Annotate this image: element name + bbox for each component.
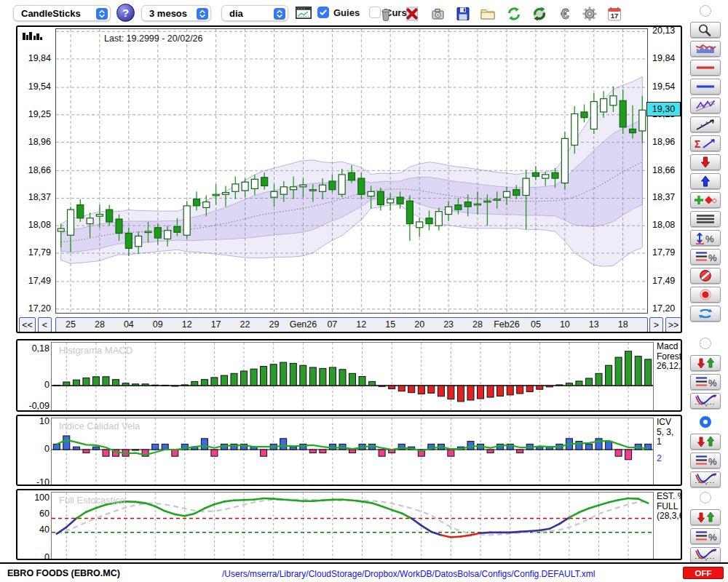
stochastic-k-segment xyxy=(254,498,264,500)
sync-button[interactable] xyxy=(530,4,549,23)
nav-next-button[interactable]: > xyxy=(649,317,663,332)
settings-button[interactable] xyxy=(580,4,599,23)
macd-bar xyxy=(201,380,207,386)
main-chart-radio[interactable] xyxy=(700,5,711,17)
zoom-button[interactable] xyxy=(690,22,721,38)
nav-prev-button[interactable]: < xyxy=(38,317,52,332)
macd-bar xyxy=(408,386,415,393)
stochastic-k-segment xyxy=(411,519,422,526)
sell-arrow-button[interactable] xyxy=(690,154,721,170)
channel-button[interactable] xyxy=(690,97,721,113)
tools-sidebar: Σ%%%%% xyxy=(684,0,728,562)
macd-panel: 0,180-0,09 Histgrama MACD Macd Forest 26… xyxy=(16,339,682,412)
blue-hline-button[interactable] xyxy=(690,79,721,95)
record-button[interactable] xyxy=(690,287,721,303)
macd-chart[interactable]: Histgrama MACD xyxy=(51,342,654,412)
date-tick-label: 25 xyxy=(55,319,87,330)
macd-bar xyxy=(507,386,513,395)
buy-arrow-button[interactable] xyxy=(690,173,721,189)
stochastic-k-segment xyxy=(283,500,293,501)
chart-window-icon[interactable] xyxy=(296,7,312,22)
off-toggle-button[interactable]: OFF xyxy=(683,567,724,579)
macd-radio[interactable] xyxy=(700,338,711,349)
period-dropdown[interactable]: 3 mesos xyxy=(141,5,211,21)
trash-icon xyxy=(377,5,395,23)
stoch-percent-button[interactable]: % xyxy=(690,528,721,544)
icv-panel: 100-10 Indice Calidad Vela ICV 5, 3, 1 2 xyxy=(16,415,682,486)
icv-percent-button[interactable]: % xyxy=(690,453,721,469)
price-tick-label: 19,84 xyxy=(19,52,51,64)
macd-bar xyxy=(250,369,257,386)
price-tick-label: 20,13 xyxy=(652,25,682,36)
icv-current-value: 2 xyxy=(657,454,681,464)
icv-bar xyxy=(517,450,523,453)
price-tick-label: 19,84 xyxy=(652,52,682,64)
guides-checkbox[interactable] xyxy=(317,7,329,18)
price-tick-label: 18,96 xyxy=(652,136,682,148)
config-path-link[interactable]: /Users/mserra/Library/CloudStorage/Dropb… xyxy=(222,569,595,579)
macd-bar xyxy=(546,386,553,387)
snapshot-button[interactable] xyxy=(429,4,448,23)
save-button[interactable] xyxy=(454,4,472,23)
stoch-curve-button[interactable] xyxy=(690,547,721,563)
sigma-trendline-button[interactable]: Σ xyxy=(690,135,721,151)
chart-type-dropdown[interactable]: CandleSticks xyxy=(13,5,111,21)
date-tick-label: Feb26 xyxy=(491,319,523,330)
icv-bar xyxy=(329,444,336,450)
date-tick-label: 22 xyxy=(229,319,261,330)
price-tick-label: 17,20 xyxy=(19,303,51,314)
open-button[interactable] xyxy=(478,4,497,23)
indicators-chart-button[interactable] xyxy=(690,41,721,57)
icv-radio[interactable] xyxy=(700,416,711,428)
last-price-tag: 19,30 xyxy=(646,102,681,116)
macd-arrows-button[interactable] xyxy=(690,355,721,371)
nav-first-button[interactable]: << xyxy=(19,317,36,332)
interval-dropdown[interactable]: dia xyxy=(221,5,288,21)
macd-bar xyxy=(63,382,70,386)
stochastic-k-segment xyxy=(274,499,284,500)
add-signal-button[interactable] xyxy=(690,192,721,208)
date-axis-strip[interactable]: 2528040912172229Gen26071215202328Feb2605… xyxy=(55,317,648,332)
candle xyxy=(581,105,587,123)
macd-bar xyxy=(132,384,139,386)
floppy-icon xyxy=(454,5,472,23)
macd-bar xyxy=(458,386,464,402)
trash-button[interactable] xyxy=(376,4,395,23)
icv-chart[interactable]: Indice Calidad Vela xyxy=(51,418,654,486)
nav-last-button[interactable]: >> xyxy=(665,317,681,332)
vertical-range-button[interactable]: % xyxy=(690,230,721,246)
stoch-radio[interactable] xyxy=(700,492,711,503)
red-hline-button[interactable] xyxy=(690,60,721,76)
delete-chart-button[interactable] xyxy=(403,4,422,23)
date-tick-label: 05 xyxy=(520,319,552,330)
stochastic-chart[interactable]: Full Estocastico xyxy=(51,492,654,560)
levels-button[interactable] xyxy=(690,211,721,227)
lines-pct-icon: % xyxy=(692,453,719,468)
stoch-arrows-button[interactable] xyxy=(690,509,721,525)
currency-button[interactable]: € xyxy=(555,4,574,23)
refresh-button[interactable] xyxy=(505,4,523,23)
percent-lines-button[interactable]: % xyxy=(690,249,721,265)
date-tick-label: 15 xyxy=(374,319,406,330)
blueline-icon xyxy=(692,79,719,94)
macd-bar xyxy=(615,357,622,386)
macd-percent-button[interactable]: % xyxy=(690,374,721,390)
icv-svg xyxy=(52,418,653,485)
calendar-button[interactable]: 17 xyxy=(605,4,624,23)
vrange-pct-icon: % xyxy=(692,231,719,245)
icv-bar xyxy=(53,444,60,450)
macd-bar xyxy=(300,365,306,386)
lines-pct-icon: % xyxy=(692,529,719,543)
help-button[interactable]: ? xyxy=(116,4,135,22)
icv-curve-button[interactable] xyxy=(690,471,721,487)
disable-button[interactable] xyxy=(690,268,721,284)
price-tick-label: 19,54 xyxy=(19,81,51,92)
icv-arrows-button[interactable] xyxy=(690,434,721,450)
candlestick-chart[interactable]: Last: 19.2999 - 20/02/26 xyxy=(55,28,648,314)
trendline-button[interactable] xyxy=(690,116,721,132)
curve-icon xyxy=(692,394,719,408)
macd-curve-button[interactable] xyxy=(690,393,721,409)
indicator-tick-label: 0,18 xyxy=(17,343,50,354)
reload-data-button[interactable] xyxy=(690,306,721,322)
svg-text:17: 17 xyxy=(611,12,619,20)
